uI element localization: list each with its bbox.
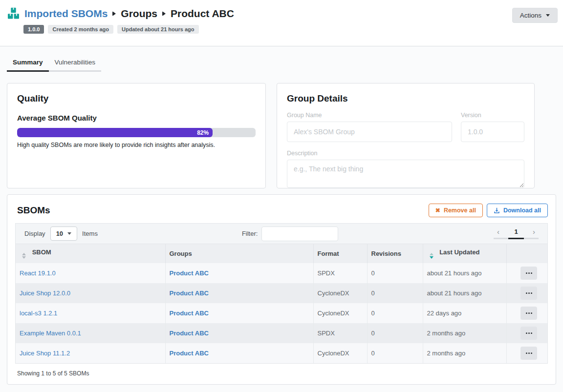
ellipsis-icon — [526, 272, 527, 274]
prev-page-button[interactable]: ‹ — [497, 228, 499, 235]
group-link[interactable]: Product ABC — [170, 350, 209, 357]
version-badge: 1.0.0 — [23, 25, 44, 34]
breadcrumb: Imported SBOMs Groups Product ABC — [24, 8, 234, 20]
group-details-card: Group Details Group Name Version Descrip… — [277, 83, 535, 188]
revisions-cell: 0 — [367, 343, 423, 363]
column-header-revisions[interactable]: Revisions — [367, 244, 423, 263]
boxes-icon — [7, 7, 20, 20]
quality-progress-bar-fill: 82% — [17, 128, 213, 137]
ellipsis-icon — [526, 352, 527, 354]
actions-button[interactable]: Actions — [512, 8, 558, 23]
column-header-groups[interactable]: Groups — [165, 244, 313, 263]
column-header-format[interactable]: Format — [313, 244, 367, 263]
download-all-button[interactable]: Download all — [487, 204, 548, 217]
chevron-right-icon — [162, 11, 166, 16]
group-name-field[interactable] — [287, 122, 452, 142]
sbom-link[interactable]: local-s3 1.2.1 — [20, 309, 57, 317]
created-badge: Created 2 months ago — [48, 25, 113, 34]
display-label: Display — [24, 230, 45, 237]
table-row: local-s3 1.2.1 Product ABC CycloneDX 0 2… — [16, 303, 547, 323]
current-page[interactable]: 1 — [514, 228, 518, 235]
tab-summary[interactable]: Summary — [7, 59, 49, 72]
revisions-cell: 0 — [367, 323, 423, 343]
sbom-table-body: React 19.1.0 Product ABC SPDX 0 about 21… — [16, 263, 547, 363]
group-details-title: Group Details — [287, 93, 524, 104]
group-link[interactable]: Product ABC — [170, 269, 209, 277]
page-size-select[interactable]: 10 — [50, 227, 77, 241]
description-label: Description — [287, 150, 524, 157]
sboms-card: SBOMs ✖ Remove all Download all Display … — [7, 194, 556, 385]
sbom-link[interactable]: Juice Shop 11.1.2 — [20, 350, 70, 357]
download-all-label: Download all — [503, 207, 541, 214]
next-page-button[interactable]: › — [533, 228, 535, 235]
last-updated-cell: about 21 hours ago — [423, 263, 506, 283]
pagination-track — [494, 238, 539, 239]
format-cell: SPDX — [313, 263, 367, 283]
row-actions-button[interactable] — [520, 287, 537, 300]
column-header-last-updated[interactable]: Last Updated — [423, 244, 506, 263]
row-actions-button[interactable] — [520, 327, 537, 340]
version-field[interactable] — [461, 122, 524, 142]
format-cell: SPDX — [313, 323, 367, 343]
actions-button-label: Actions — [520, 12, 541, 19]
group-link[interactable]: Product ABC — [170, 330, 209, 337]
average-sbom-quality-label: Average SBOM Quality — [17, 114, 256, 122]
last-updated-cell: 2 months ago — [423, 323, 506, 343]
updated-badge: Updated about 21 hours ago — [117, 25, 199, 34]
table-footer-summary: Showing 1 to 5 of 5 SBOMs — [15, 370, 548, 377]
format-cell: CycloneDX — [313, 283, 367, 303]
table-toolbar: Display 10 Items Filter: ‹ 1 › — [15, 223, 548, 244]
ellipsis-icon — [526, 292, 527, 294]
table-row: Juice Shop 12.0.0 Product ABC CycloneDX … — [16, 283, 547, 303]
tab-vulnerabilities[interactable]: Vulnerabilities — [49, 59, 102, 72]
sbom-link[interactable]: Example Maven 0.0.1 — [20, 330, 81, 337]
group-link[interactable]: Product ABC — [170, 309, 209, 317]
last-updated-cell: 22 days ago — [423, 303, 506, 323]
sbom-table: SBOM Groups Format Revisions Last Update… — [15, 244, 548, 364]
version-label: Version — [461, 112, 524, 119]
revisions-cell: 0 — [367, 263, 423, 283]
quality-progress-value: 82% — [197, 129, 209, 136]
x-icon: ✖ — [435, 207, 440, 213]
column-header-sbom[interactable]: SBOM — [16, 244, 165, 263]
chevron-right-icon — [112, 11, 116, 16]
sbom-link[interactable]: Juice Shop 12.0.0 — [20, 289, 70, 297]
table-row: Juice Shop 11.1.2 Product ABC CycloneDX … — [16, 343, 547, 363]
pagination: ‹ 1 › — [494, 228, 539, 239]
revisions-cell: 0 — [367, 303, 423, 323]
sboms-title: SBOMs — [17, 205, 50, 216]
sbom-link[interactable]: React 19.1.0 — [20, 269, 56, 277]
filter-label: Filter: — [242, 230, 258, 237]
row-actions-button[interactable] — [520, 267, 537, 280]
download-icon — [494, 207, 500, 214]
table-row: Example Maven 0.0.1 Product ABC SPDX 0 2… — [16, 323, 547, 343]
breadcrumb-groups[interactable]: Groups — [121, 8, 157, 20]
format-cell: CycloneDX — [313, 343, 367, 363]
table-row: React 19.1.0 Product ABC SPDX 0 about 21… — [16, 263, 547, 283]
caret-down-icon — [67, 232, 71, 235]
quality-card: Quality Average SBOM Quality 82% High qu… — [7, 83, 266, 188]
items-label: Items — [82, 230, 98, 237]
row-actions-button[interactable] — [520, 347, 537, 360]
column-header-actions — [506, 244, 547, 263]
page-header: Imported SBOMs Groups Product ABC 1.0.0 … — [0, 0, 563, 46]
quality-description: High quality SBOMs are more likely to pr… — [17, 142, 256, 148]
description-field[interactable] — [287, 160, 524, 188]
ellipsis-icon — [526, 332, 527, 334]
breadcrumb-product-abc: Product ABC — [171, 8, 234, 20]
quality-progress-bar: 82% — [17, 128, 256, 137]
filter-input[interactable] — [261, 227, 338, 241]
revisions-cell: 0 — [367, 283, 423, 303]
group-name-label: Group Name — [287, 112, 452, 119]
group-link[interactable]: Product ABC — [170, 289, 209, 297]
quality-title: Quality — [17, 93, 256, 104]
badge-row: 1.0.0 Created 2 months ago Updated about… — [23, 25, 558, 34]
remove-all-button[interactable]: ✖ Remove all — [429, 204, 483, 217]
caret-down-icon — [546, 14, 550, 17]
last-updated-cell: about 21 hours ago — [423, 283, 506, 303]
ellipsis-icon — [526, 312, 527, 314]
remove-all-label: Remove all — [444, 207, 476, 214]
row-actions-button[interactable] — [520, 307, 537, 320]
tab-bar: Summary Vulnerabilities — [7, 59, 101, 72]
breadcrumb-imported-sboms[interactable]: Imported SBOMs — [24, 8, 108, 20]
